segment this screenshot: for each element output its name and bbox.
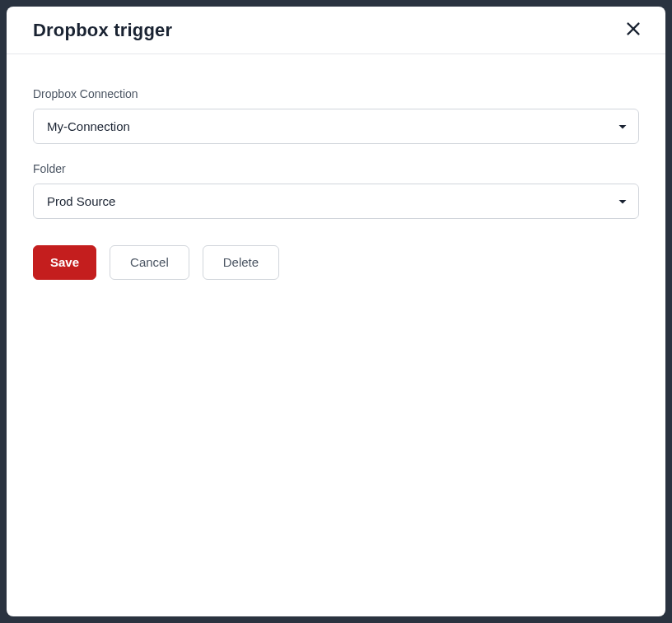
folder-field-group: Folder Prod Source <box>33 162 639 219</box>
connection-label: Dropbox Connection <box>33 87 639 100</box>
modal-title: Dropbox trigger <box>33 20 172 41</box>
connection-field-group: Dropbox Connection My-Connection <box>33 87 639 144</box>
folder-select-wrapper: Prod Source <box>33 184 639 219</box>
delete-button[interactable]: Delete <box>203 245 279 280</box>
save-button[interactable]: Save <box>33 245 96 280</box>
connection-select[interactable]: My-Connection <box>33 109 639 144</box>
modal-body: Dropbox Connection My-Connection Folder … <box>7 54 665 616</box>
modal-header: Dropbox trigger <box>7 7 665 54</box>
cancel-button[interactable]: Cancel <box>110 245 189 280</box>
close-icon <box>624 20 642 40</box>
button-row: Save Cancel Delete <box>33 245 639 280</box>
connection-select-wrapper: My-Connection <box>33 109 639 144</box>
close-button[interactable] <box>621 16 646 44</box>
modal-dialog: Dropbox trigger Dropbox Connection My-Co… <box>7 7 665 616</box>
folder-select[interactable]: Prod Source <box>33 184 639 219</box>
folder-label: Folder <box>33 162 639 175</box>
